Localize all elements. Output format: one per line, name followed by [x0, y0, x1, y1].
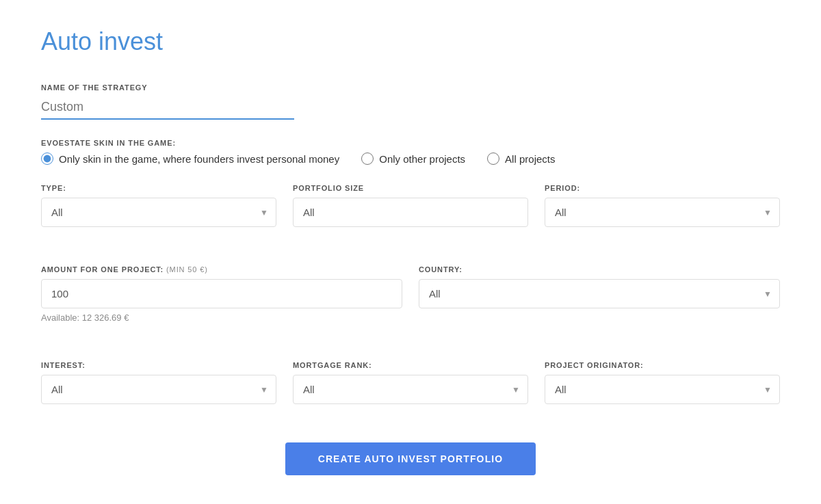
- radio-option-other-projects[interactable]: Only other projects: [361, 152, 465, 165]
- project-originator-select-wrapper: All ▼: [545, 375, 780, 404]
- radio-other-projects-label: Only other projects: [379, 153, 465, 165]
- period-select[interactable]: All: [545, 198, 780, 227]
- evoestate-label: EVOESTATE SKIN IN THE GAME:: [41, 139, 780, 147]
- period-select-wrapper: All ▼: [545, 198, 780, 227]
- portfolio-size-select-wrapper: [293, 198, 528, 227]
- create-auto-invest-button[interactable]: CREATE AUTO INVEST PORTFOLIO: [285, 442, 536, 475]
- mortgage-rank-group: MORTGAGE RANK: All ▼: [293, 361, 528, 404]
- project-originator-group: PROJECT ORIGINATOR: All ▼: [545, 361, 780, 404]
- project-originator-select[interactable]: All: [545, 375, 780, 404]
- period-label: PERIOD:: [545, 184, 780, 192]
- type-label: TYPE:: [41, 184, 276, 192]
- amount-label: AMOUNT FOR ONE PROJECT: (MIN 50 €): [41, 265, 402, 274]
- interest-group: INTEREST: All ▼: [41, 361, 276, 404]
- radio-option-skin-in-game[interactable]: Only skin in the game, where founders in…: [41, 152, 339, 165]
- mortgage-rank-select-wrapper: All ▼: [293, 375, 528, 404]
- country-group: COUNTRY: All ▼: [419, 265, 780, 323]
- mortgage-rank-label: MORTGAGE RANK:: [293, 361, 528, 369]
- portfolio-size-group: PORTFOLIO SIZE: [293, 184, 528, 227]
- available-text: Available: 12 326.69 €: [41, 313, 402, 323]
- strategy-name-label: NAME OF THE STRATEGY: [41, 83, 780, 92]
- radio-skin-in-game-label: Only skin in the game, where founders in…: [59, 153, 339, 165]
- portfolio-size-input[interactable]: [293, 198, 528, 227]
- radio-other-projects[interactable]: [361, 152, 374, 165]
- radio-all-projects-label: All projects: [505, 153, 555, 165]
- period-group: PERIOD: All ▼: [545, 184, 780, 227]
- interest-select[interactable]: All: [41, 375, 276, 404]
- interest-select-wrapper: All ▼: [41, 375, 276, 404]
- portfolio-size-label: PORTFOLIO SIZE: [293, 184, 528, 192]
- country-label: COUNTRY:: [419, 265, 780, 274]
- evoestate-radio-group: Only skin in the game, where founders in…: [41, 152, 780, 165]
- type-select[interactable]: All: [41, 198, 276, 227]
- row-type-portfolio-period: TYPE: All ▼ PORTFOLIO SIZE PERIOD: All ▼: [41, 184, 780, 246]
- row-interest-mortgage-originator: INTEREST: All ▼ MORTGAGE RANK: All ▼ PRO…: [41, 361, 780, 423]
- row-amount-country: AMOUNT FOR ONE PROJECT: (MIN 50 €) Avail…: [41, 265, 780, 342]
- type-group: TYPE: All ▼: [41, 184, 276, 227]
- amount-label-sub: (MIN 50 €): [166, 265, 208, 274]
- evoestate-group: EVOESTATE SKIN IN THE GAME: Only skin in…: [41, 139, 780, 165]
- strategy-name-group: NAME OF THE STRATEGY: [41, 83, 780, 120]
- page-title: Auto invest: [41, 27, 780, 56]
- country-select[interactable]: All: [419, 279, 780, 308]
- mortgage-rank-select[interactable]: All: [293, 375, 528, 404]
- strategy-name-input[interactable]: [41, 97, 294, 120]
- interest-label: INTEREST:: [41, 361, 276, 369]
- amount-group: AMOUNT FOR ONE PROJECT: (MIN 50 €) Avail…: [41, 265, 402, 323]
- project-originator-label: PROJECT ORIGINATOR:: [545, 361, 780, 369]
- radio-skin-in-game[interactable]: [41, 152, 53, 165]
- amount-input[interactable]: [41, 279, 402, 308]
- radio-option-all-projects[interactable]: All projects: [487, 152, 555, 165]
- type-select-wrapper: All ▼: [41, 198, 276, 227]
- form-container: NAME OF THE STRATEGY EVOESTATE SKIN IN T…: [41, 83, 780, 475]
- country-select-wrapper: All ▼: [419, 279, 780, 308]
- radio-all-projects[interactable]: [487, 152, 499, 165]
